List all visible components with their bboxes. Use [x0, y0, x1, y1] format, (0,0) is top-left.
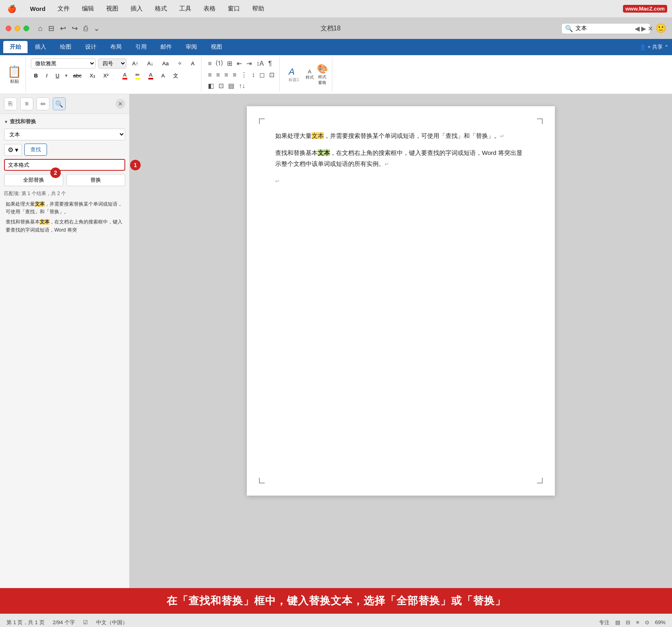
layout-icon-web[interactable]: ⊟	[626, 619, 630, 625]
tab-references[interactable]: 引用	[129, 41, 153, 53]
paragraph-marks-button[interactable]: ¶	[267, 59, 274, 68]
more-icon[interactable]: ⌄	[94, 24, 100, 33]
doc-page: 如果处理大量文本，并需要搜索替换某个单词或短语，可使用「查找」和「替换」。↵ 查…	[247, 106, 555, 496]
apple-icon[interactable]: 🍎	[5, 4, 19, 14]
tab-home[interactable]: 开始	[3, 41, 28, 53]
italic-button[interactable]: I	[43, 71, 51, 80]
gear-button[interactable]: ⚙ ▾	[4, 144, 22, 156]
subscript-button[interactable]: X₂	[86, 71, 98, 80]
strikethrough-button[interactable]: abc	[70, 71, 85, 80]
zoom-level[interactable]: 69%	[655, 619, 666, 625]
tab-review[interactable]: 审阅	[179, 41, 203, 53]
sidebar-close-btn[interactable]: ✕	[116, 99, 125, 109]
redo-icon[interactable]: ↪	[72, 24, 78, 33]
find-select[interactable]: 文本	[4, 129, 125, 140]
line-spacing-button[interactable]: ↕	[250, 71, 257, 79]
grow-font-button[interactable]: A↑	[129, 59, 141, 68]
find-button[interactable]: 查找	[24, 144, 47, 156]
search-input[interactable]	[576, 25, 632, 32]
proofread-icon[interactable]: ☑	[83, 619, 88, 625]
replace-input[interactable]	[4, 159, 125, 171]
underline-arrow[interactable]: ▼	[64, 73, 68, 78]
tab-insert[interactable]: 插入	[28, 41, 53, 53]
focus-mode[interactable]: 专注	[599, 619, 610, 626]
styles-window-button[interactable]: 🎨 样式窗格	[317, 64, 328, 86]
menu-file[interactable]: 文件	[55, 4, 72, 13]
print-icon[interactable]: ⎙	[83, 24, 88, 33]
styles-window-label: 样式窗格	[318, 74, 326, 86]
shrink-font-button[interactable]: A↓	[144, 59, 156, 68]
underline-button[interactable]: U	[52, 71, 62, 80]
match-info: 匹配项: 第 1 个结果，共 2 个	[4, 190, 125, 197]
save-icon[interactable]: ⊟	[48, 24, 54, 33]
next-arrow[interactable]: ▶	[641, 25, 646, 32]
layout-icon-focus[interactable]: ⊙	[645, 619, 649, 625]
para-option3[interactable]: ▤	[227, 81, 236, 90]
menu-edit[interactable]: 编辑	[79, 4, 96, 13]
maximize-button[interactable]	[24, 26, 29, 31]
menu-view[interactable]: 视图	[104, 4, 121, 13]
account-icon[interactable]: 🙂	[655, 23, 666, 34]
change-case-button[interactable]: Aa	[159, 59, 172, 68]
style-item-a[interactable]: A 标题1	[285, 65, 302, 84]
superscript-button[interactable]: X²	[100, 71, 112, 80]
share-button[interactable]: 👤 + 共享 ⌃	[640, 43, 669, 51]
font-size-select[interactable]: 四号	[98, 58, 126, 69]
list-number-button[interactable]: ⑴	[214, 58, 224, 69]
justify-button[interactable]: ≡	[231, 71, 238, 79]
para-option2[interactable]: ⊡	[217, 81, 225, 90]
bold-button[interactable]: B	[31, 71, 41, 80]
menu-help[interactable]: 帮助	[250, 4, 267, 13]
align-left-button[interactable]: ≡	[206, 71, 213, 79]
tab-draw[interactable]: 绘图	[54, 41, 78, 53]
prev-arrow[interactable]: ◀	[635, 25, 640, 32]
align-center-button[interactable]: ≡	[214, 71, 221, 79]
chinese-format-button[interactable]: 文	[170, 71, 182, 81]
replace-button[interactable]: 替换	[66, 174, 126, 186]
align-right-button[interactable]: ≡	[223, 71, 230, 79]
multi-level-list-button[interactable]: ⊞	[225, 59, 234, 68]
language[interactable]: 中文（中国）	[96, 619, 128, 626]
para-option1[interactable]: ◧	[206, 81, 216, 90]
undo-icon[interactable]: ↩	[60, 24, 66, 33]
tab-mailings[interactable]: 邮件	[154, 41, 178, 53]
sort-button[interactable]: ↕A	[255, 59, 265, 68]
para-option4[interactable]: ↑↓	[237, 82, 247, 90]
tab-design[interactable]: 设计	[79, 41, 103, 53]
sidebar-copy-btn[interactable]: ⎘	[4, 97, 17, 110]
tab-layout[interactable]: 布局	[104, 41, 128, 53]
sidebar-list-btn[interactable]: ≡	[20, 97, 33, 110]
layout-icon-page[interactable]: ▤	[615, 619, 620, 625]
decrease-indent-button[interactable]: ⇤	[235, 59, 244, 68]
close-button[interactable]	[6, 26, 11, 31]
columns-button[interactable]: ⋮	[239, 70, 249, 79]
highlight-button[interactable]: ✏	[132, 70, 143, 81]
clear-format-button[interactable]: ✧	[174, 59, 185, 68]
border-button[interactable]: ⊡	[268, 70, 276, 79]
menu-tools[interactable]: 工具	[177, 4, 194, 13]
minimize-button[interactable]	[15, 26, 20, 31]
sidebar-search-btn[interactable]: 🔍	[53, 97, 66, 110]
clear-search[interactable]: ✕	[648, 25, 653, 32]
list-bullet-button[interactable]: ≡	[206, 59, 213, 68]
app-name[interactable]: Word	[28, 4, 48, 13]
tab-view[interactable]: 视图	[204, 41, 229, 53]
text-color-button[interactable]: A	[145, 70, 156, 81]
paste-button[interactable]: 📋 粘贴	[7, 65, 21, 84]
highlight-swatch	[135, 78, 140, 79]
layout-icon-outline[interactable]: ≡	[636, 619, 639, 625]
font-color-button[interactable]: A	[119, 70, 131, 81]
menu-window[interactable]: 窗口	[225, 4, 242, 13]
text-effect-button[interactable]: A	[188, 59, 198, 68]
home-icon[interactable]: ⌂	[38, 24, 43, 33]
shading-button[interactable]: ◻	[258, 70, 266, 79]
sidebar-edit-btn[interactable]: ✏	[36, 97, 49, 110]
menu-table[interactable]: 表格	[201, 4, 218, 13]
search-bar[interactable]: 🔍 ◀ ▶ ✕	[561, 23, 651, 34]
font-format-button[interactable]: A	[158, 71, 168, 80]
font-family-select[interactable]: 微软雅黑	[31, 58, 96, 69]
menu-format[interactable]: 格式	[152, 4, 169, 13]
increase-indent-button[interactable]: ⇥	[245, 59, 253, 68]
styles-panel-button[interactable]: A 样式	[306, 69, 314, 80]
menu-insert[interactable]: 插入	[128, 4, 145, 13]
